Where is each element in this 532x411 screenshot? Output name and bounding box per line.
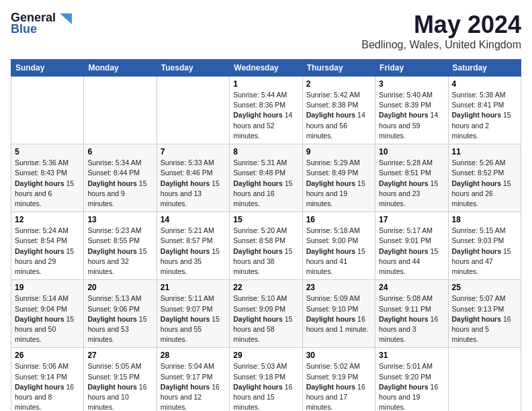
day-number: 29 (233, 351, 298, 360)
day-info: Sunrise: 5:38 AMSunset: 8:41 PMDaylight … (452, 90, 517, 141)
logo-blue-text: Blue (11, 22, 37, 36)
calendar-cell: 29Sunrise: 5:03 AMSunset: 9:18 PMDayligh… (230, 348, 302, 411)
day-number: 19 (15, 283, 80, 292)
logo-icon (57, 13, 72, 24)
calendar-cell: 28Sunrise: 5:04 AMSunset: 9:17 PMDayligh… (157, 348, 229, 411)
calendar-cell: 21Sunrise: 5:11 AMSunset: 9:07 PMDayligh… (157, 280, 229, 348)
calendar-cell: 12Sunrise: 5:24 AMSunset: 8:54 PMDayligh… (11, 212, 84, 280)
day-number: 6 (87, 147, 152, 156)
day-info: Sunrise: 5:24 AMSunset: 8:54 PMDaylight … (15, 226, 80, 277)
day-info: Sunrise: 5:42 AMSunset: 8:38 PMDaylight … (306, 90, 371, 141)
weekday-header: Saturday (448, 60, 521, 77)
calendar-week-row: 19Sunrise: 5:14 AMSunset: 9:04 PMDayligh… (11, 280, 521, 348)
day-number: 25 (452, 283, 517, 292)
day-number: 1 (233, 79, 298, 89)
calendar-week-row: 26Sunrise: 5:06 AMSunset: 9:14 PMDayligh… (11, 348, 521, 411)
calendar-cell: 30Sunrise: 5:02 AMSunset: 9:19 PMDayligh… (302, 348, 375, 411)
day-number: 17 (379, 215, 444, 224)
day-number: 16 (306, 215, 371, 224)
calendar-cell: 20Sunrise: 5:13 AMSunset: 9:06 PMDayligh… (84, 280, 157, 348)
calendar-cell: 1Sunrise: 5:44 AMSunset: 8:36 PMDaylight… (230, 77, 302, 144)
day-info: Sunrise: 5:28 AMSunset: 8:51 PMDaylight … (379, 158, 444, 209)
calendar-cell: 3Sunrise: 5:40 AMSunset: 8:39 PMDaylight… (375, 77, 448, 144)
day-info: Sunrise: 5:13 AMSunset: 9:06 PMDaylight … (87, 293, 152, 345)
calendar-cell: 23Sunrise: 5:09 AMSunset: 9:10 PMDayligh… (302, 280, 375, 348)
weekday-header: Wednesday (230, 60, 302, 77)
day-info: Sunrise: 5:31 AMSunset: 8:48 PMDaylight … (233, 158, 298, 209)
calendar-header-row: SundayMondayTuesdayWednesdayThursdayFrid… (11, 60, 521, 77)
day-number: 28 (161, 351, 226, 360)
calendar-cell (11, 77, 84, 144)
calendar-cell: 14Sunrise: 5:21 AMSunset: 8:57 PMDayligh… (157, 212, 229, 280)
svg-marker-0 (60, 13, 72, 24)
day-info: Sunrise: 5:14 AMSunset: 9:04 PMDaylight … (15, 293, 80, 345)
day-info: Sunrise: 5:01 AMSunset: 9:20 PMDaylight … (379, 361, 444, 411)
day-number: 26 (15, 351, 80, 360)
day-info: Sunrise: 5:10 AMSunset: 9:09 PMDaylight … (233, 293, 298, 345)
day-number: 18 (452, 215, 517, 224)
day-info: Sunrise: 5:36 AMSunset: 8:43 PMDaylight … (15, 158, 80, 209)
calendar-cell (84, 77, 157, 144)
calendar-cell: 31Sunrise: 5:01 AMSunset: 9:20 PMDayligh… (375, 348, 448, 411)
day-number: 27 (87, 351, 152, 360)
weekday-header: Monday (84, 60, 157, 77)
month-title: May 2024 (361, 11, 521, 39)
location-text: Bedlinog, Wales, United Kingdom (361, 39, 521, 51)
day-info: Sunrise: 5:07 AMSunset: 9:13 PMDaylight … (452, 293, 517, 345)
calendar-table: SundayMondayTuesdayWednesdayThursdayFrid… (11, 59, 521, 411)
day-number: 3 (379, 79, 444, 89)
weekday-header: Thursday (302, 60, 375, 77)
day-info: Sunrise: 5:02 AMSunset: 9:19 PMDaylight … (306, 361, 371, 411)
day-info: Sunrise: 5:23 AMSunset: 8:55 PMDaylight … (87, 226, 152, 277)
calendar-cell: 11Sunrise: 5:26 AMSunset: 8:52 PMDayligh… (448, 144, 521, 212)
day-info: Sunrise: 5:09 AMSunset: 9:10 PMDaylight … (306, 293, 371, 334)
calendar-cell: 13Sunrise: 5:23 AMSunset: 8:55 PMDayligh… (84, 212, 157, 280)
day-number: 23 (306, 283, 371, 292)
day-number: 7 (161, 147, 226, 156)
calendar-cell: 15Sunrise: 5:20 AMSunset: 8:58 PMDayligh… (230, 212, 302, 280)
calendar-cell: 8Sunrise: 5:31 AMSunset: 8:48 PMDaylight… (230, 144, 302, 212)
day-info: Sunrise: 5:17 AMSunset: 9:01 PMDaylight … (379, 226, 444, 277)
page-header: General Blue May 2024 Bedlinog, Wales, U… (11, 11, 521, 51)
day-info: Sunrise: 5:04 AMSunset: 9:17 PMDaylight … (161, 361, 226, 411)
day-info: Sunrise: 5:15 AMSunset: 9:03 PMDaylight … (452, 226, 517, 277)
day-number: 20 (87, 283, 152, 292)
day-number: 12 (15, 215, 80, 224)
day-number: 14 (161, 215, 226, 224)
calendar-cell: 22Sunrise: 5:10 AMSunset: 9:09 PMDayligh… (230, 280, 302, 348)
calendar-cell: 7Sunrise: 5:33 AMSunset: 8:46 PMDaylight… (157, 144, 229, 212)
day-info: Sunrise: 5:40 AMSunset: 8:39 PMDaylight … (379, 90, 444, 141)
title-section: May 2024 Bedlinog, Wales, United Kingdom (361, 11, 521, 51)
day-info: Sunrise: 5:26 AMSunset: 8:52 PMDaylight … (452, 158, 517, 209)
calendar-week-row: 12Sunrise: 5:24 AMSunset: 8:54 PMDayligh… (11, 212, 521, 280)
day-number: 15 (233, 215, 298, 224)
day-info: Sunrise: 5:06 AMSunset: 9:14 PMDaylight … (15, 361, 80, 411)
calendar-cell: 5Sunrise: 5:36 AMSunset: 8:43 PMDaylight… (11, 144, 84, 212)
calendar-cell: 4Sunrise: 5:38 AMSunset: 8:41 PMDaylight… (448, 77, 521, 144)
calendar-cell: 17Sunrise: 5:17 AMSunset: 9:01 PMDayligh… (375, 212, 448, 280)
calendar-cell: 27Sunrise: 5:05 AMSunset: 9:15 PMDayligh… (84, 348, 157, 411)
day-number: 10 (379, 147, 444, 156)
day-info: Sunrise: 5:34 AMSunset: 8:44 PMDaylight … (87, 158, 152, 209)
day-number: 2 (306, 79, 371, 89)
calendar-cell: 25Sunrise: 5:07 AMSunset: 9:13 PMDayligh… (448, 280, 521, 348)
day-info: Sunrise: 5:21 AMSunset: 8:57 PMDaylight … (161, 226, 226, 277)
calendar-cell: 24Sunrise: 5:08 AMSunset: 9:11 PMDayligh… (375, 280, 448, 348)
day-number: 8 (233, 147, 298, 156)
logo: General Blue (11, 11, 72, 36)
day-number: 22 (233, 283, 298, 292)
calendar-cell: 2Sunrise: 5:42 AMSunset: 8:38 PMDaylight… (302, 77, 375, 144)
calendar-cell (448, 348, 521, 411)
day-number: 11 (452, 147, 517, 156)
day-number: 21 (161, 283, 226, 292)
calendar-cell (157, 77, 229, 144)
weekday-header: Sunday (11, 60, 84, 77)
day-number: 9 (306, 147, 371, 156)
calendar-cell: 10Sunrise: 5:28 AMSunset: 8:51 PMDayligh… (375, 144, 448, 212)
weekday-header: Friday (375, 60, 448, 77)
calendar-cell: 18Sunrise: 5:15 AMSunset: 9:03 PMDayligh… (448, 212, 521, 280)
day-info: Sunrise: 5:05 AMSunset: 9:15 PMDaylight … (87, 361, 152, 411)
day-info: Sunrise: 5:20 AMSunset: 8:58 PMDaylight … (233, 226, 298, 277)
day-number: 30 (306, 351, 371, 360)
day-info: Sunrise: 5:08 AMSunset: 9:11 PMDaylight … (379, 293, 444, 345)
